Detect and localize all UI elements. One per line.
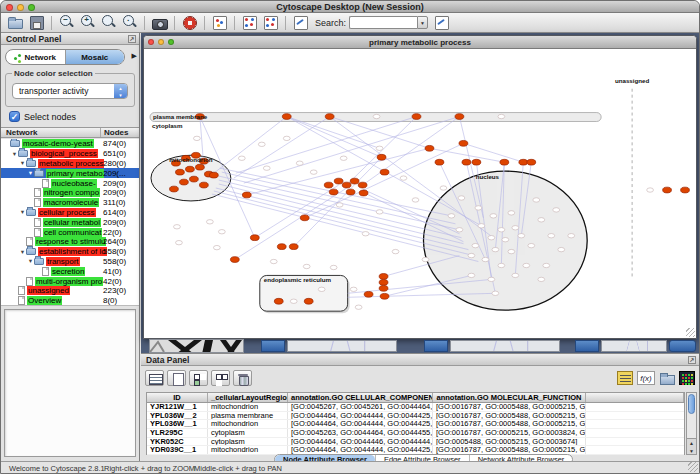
tree-item[interactable]: cellular metabol209(0) <box>1 217 139 227</box>
tree-item[interactable]: response to stimulu264(0) <box>1 237 139 247</box>
import-network-icon[interactable] <box>241 14 258 31</box>
help-icon[interactable] <box>181 14 198 31</box>
vizmapper-icon[interactable] <box>211 14 228 31</box>
column-header[interactable]: annotation.GO MOLECULAR_FUNCTION <box>433 393 586 402</box>
node-selected <box>242 192 251 198</box>
tree-item[interactable]: multi-organism pro42(0) <box>1 276 139 286</box>
disclosure-triangle-icon[interactable]: ▼ <box>19 209 26 215</box>
tree-item[interactable]: ▼establishment of lo558(0) <box>1 247 139 257</box>
tab-network[interactable]: Network <box>6 50 65 64</box>
matrix-view-icon[interactable] <box>679 371 695 385</box>
attribute-table[interactable]: ID_cellularLayoutRegionannotation.GO CEL… <box>146 392 685 455</box>
tree-item[interactable]: nitrogen compo209(0) <box>1 188 139 198</box>
tree-item[interactable]: unassigned223(0) <box>1 286 139 296</box>
scrollbar-thumb[interactable] <box>688 394 695 414</box>
tree-item[interactable]: ▼primary metabo209(... <box>1 168 139 178</box>
background-window-titlebar[interactable] <box>424 340 448 352</box>
background-window-fragment[interactable] <box>601 340 667 352</box>
zoom-in-icon[interactable] <box>79 14 96 31</box>
background-window-fragment[interactable] <box>287 340 397 352</box>
import-attributes-icon[interactable] <box>262 14 279 31</box>
snapshot-icon[interactable] <box>151 14 168 31</box>
window-titlebar[interactable]: Cytoscape Desktop (New Session) <box>1 1 699 13</box>
table-cell: [GO:0016787, GO:0005488, GO:0005215, G..… <box>433 412 586 420</box>
table-row[interactable]: YPL036W__1mitochondrion[GO:0044464, GO:0… <box>147 420 684 429</box>
tree-item[interactable]: macromolecule311(0) <box>1 198 139 208</box>
tree-item[interactable]: nucleobase-209(0) <box>1 178 139 188</box>
network-graph[interactable]: plasma membranecytoplasmmitochondrionnuc… <box>144 49 696 338</box>
tree-column-nodes[interactable]: Nodes <box>104 128 128 137</box>
network-view-window[interactable]: primary metabolic process plasma membran… <box>143 35 697 339</box>
node-selected <box>300 215 309 221</box>
function-builder-icon[interactable]: f(x) <box>637 371 655 385</box>
table-row[interactable]: YLR295Ccytoplasm[GO:0045263, GO:0044464,… <box>147 429 684 438</box>
search-input[interactable] <box>349 16 417 29</box>
background-window-titlebar[interactable] <box>575 340 599 352</box>
table-cell: mitochondrion <box>208 403 288 411</box>
zoom-out-icon[interactable] <box>58 14 75 31</box>
import-attributes-icon[interactable] <box>659 371 675 385</box>
tree-item[interactable]: ▼cellular process614(0) <box>1 208 139 218</box>
select-attributes-icon[interactable] <box>189 370 208 386</box>
table-cell: [GO:0045267, GO:0045261, GO:0044464, G..… <box>288 403 433 411</box>
save-icon[interactable] <box>28 14 45 31</box>
attribute-table-icon[interactable] <box>145 370 164 386</box>
node-selected <box>377 154 386 160</box>
tree-item[interactable]: Overview8(0) <box>1 296 139 306</box>
search-dropdown-arrow-icon[interactable]: ▼ <box>417 16 428 29</box>
network-window-titlebar[interactable]: primary metabolic process <box>144 36 696 49</box>
zoom-fit-icon[interactable] <box>100 14 117 31</box>
new-attribute-icon[interactable] <box>167 370 186 386</box>
search-settings-icon[interactable] <box>433 14 450 31</box>
delete-attribute-icon[interactable] <box>233 370 252 386</box>
tree-item[interactable]: ▼biological_process651(0) <box>1 149 139 159</box>
node-selected <box>379 274 388 280</box>
folder-icon <box>18 150 28 157</box>
node <box>512 226 519 230</box>
network-canvas[interactable]: plasma membranecytoplasmmitochondrionnuc… <box>144 49 696 338</box>
annotation-icon[interactable] <box>292 14 309 31</box>
column-header[interactable]: ID <box>147 393 208 402</box>
node <box>340 156 347 160</box>
table-scrollbar[interactable]: ▲▼ <box>686 392 697 455</box>
table-cell: YDR039C__1 <box>147 446 208 454</box>
file-icon <box>34 188 41 197</box>
attribute-list-icon[interactable] <box>617 371 633 385</box>
disclosure-triangle-icon[interactable]: ▼ <box>27 170 34 176</box>
tree-item[interactable]: cell communicat22(0) <box>1 227 139 237</box>
unselect-attributes-icon[interactable] <box>211 370 230 386</box>
file-icon <box>18 286 25 295</box>
scrollbar-buttons[interactable]: ▲▼ <box>687 438 696 454</box>
tree-item[interactable]: ▼metabolic process280(0) <box>1 159 139 169</box>
birdseye-overview-panel[interactable] <box>4 309 136 457</box>
tree-item[interactable]: ▼transport558(0) <box>1 257 139 267</box>
disclosure-triangle-icon[interactable]: ▼ <box>19 249 26 255</box>
disclosure-triangle-icon[interactable]: ▼ <box>11 151 18 157</box>
table-row[interactable]: YKR052Ccytoplasm[GO:0044464, GO:0044446,… <box>147 438 684 447</box>
background-window-titlebar[interactable] <box>261 340 285 352</box>
column-header[interactable]: _cellularLayoutRegion <box>208 393 288 402</box>
float-data-panel-icon[interactable]: ↗ <box>688 356 696 364</box>
open-icon[interactable] <box>7 14 24 31</box>
disclosure-triangle-icon[interactable]: ▼ <box>27 258 34 264</box>
disclosure-triangle-icon[interactable]: ▼ <box>19 160 26 166</box>
tab-mosaic[interactable]: Mosaic <box>65 50 125 64</box>
tree-item[interactable]: secretion41(0) <box>1 266 139 276</box>
table-row[interactable]: YJR121W__1mitochondrion[GO:0045267, GO:0… <box>147 403 684 412</box>
zoom-selected-icon[interactable] <box>121 14 138 31</box>
table-row[interactable]: YPL036W__2plasma membrane[GO:0044464, GO… <box>147 412 684 421</box>
node-selected <box>455 114 464 120</box>
background-window-titlebar-wide[interactable] <box>669 340 696 352</box>
node-selected <box>519 159 528 165</box>
node-color-dropdown[interactable]: transporter activity <box>12 83 128 99</box>
background-window-fragment[interactable] <box>450 340 560 352</box>
edge <box>287 117 382 158</box>
select-nodes-label: Select nodes <box>24 112 76 122</box>
select-nodes-checkbox[interactable]: ✓ <box>9 111 20 122</box>
window-resize-grip[interactable] <box>688 462 698 472</box>
column-header[interactable]: annotation.GO CELLULAR_COMPONENT <box>288 393 433 402</box>
float-panel-icon[interactable]: ↗ <box>128 35 136 43</box>
tree-column-network[interactable]: Network <box>6 128 38 137</box>
canvas-resize-grip[interactable] <box>686 328 695 337</box>
tab-overflow-arrow[interactable]: ▶ <box>132 52 137 60</box>
